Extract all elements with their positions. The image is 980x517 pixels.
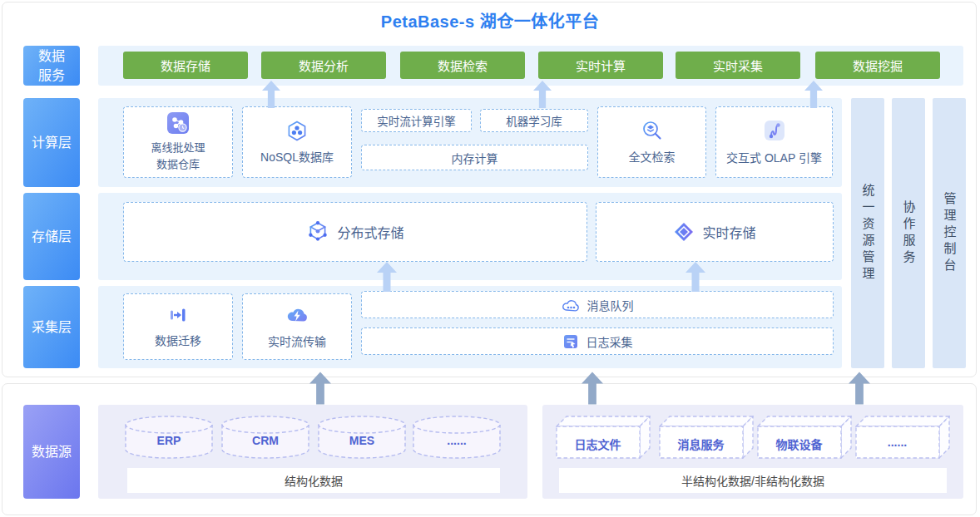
compute-box-label: 内存计算	[452, 150, 498, 166]
layer-label-datasource: 数据源	[23, 405, 80, 499]
petabase-architecture-diagram: PetaBase-s 湖仓一体化平台 数据 服务 计算层 存储层 采集层 数据源…	[0, 0, 980, 517]
datasource-label: MES	[318, 434, 406, 447]
column-collaboration-service: 协作服务	[892, 98, 925, 368]
storage-box-distributed: 分布式存储	[123, 202, 587, 262]
up-arrow-icon	[686, 261, 705, 293]
datasource-box-iot-devices: 物联设备	[757, 416, 852, 459]
compute-card-label: 数据仓库	[156, 158, 200, 170]
service-button-data-search: 数据检索	[400, 52, 525, 79]
compute-box-in-memory: 内存计算	[361, 145, 588, 170]
storage-box-label: 实时存储	[702, 222, 755, 242]
compute-card-label: NoSQL数据库	[260, 148, 334, 165]
layer-label-text: 服务	[38, 68, 65, 82]
cube-network-icon	[306, 220, 329, 244]
compute-box-label: 实时流计算引擎	[377, 112, 456, 129]
layer-label-text: 数据源	[32, 442, 72, 461]
structured-data-strip: 结构化数据	[127, 468, 500, 493]
layer-label-data-services: 数据 服务	[23, 46, 80, 86]
column-unified-resource-mgmt: 统一资源管理	[851, 98, 884, 368]
up-arrow-icon	[262, 81, 280, 108]
cloud-bolt-icon	[285, 304, 309, 326]
datasource-label: 消息服务	[659, 436, 743, 452]
up-arrow-icon	[377, 261, 397, 293]
datasource-label: ERP	[125, 434, 213, 447]
storage-box-label: 分布式存储	[337, 222, 403, 242]
compute-card-nosql: NoSQL数据库	[242, 106, 352, 178]
column-label: 管理控制台	[941, 192, 958, 275]
compute-box-ml-lib: 机器学习库	[480, 109, 588, 132]
storage-box-realtime: 实时存储	[596, 202, 834, 262]
datasource-cylinder-erp: ERP	[125, 416, 213, 460]
search-layers-icon	[641, 120, 663, 141]
datasource-label: ......	[855, 436, 939, 449]
datasource-cylinder-others: ......	[413, 416, 501, 460]
datasource-box-message-service: 消息服务	[659, 416, 754, 459]
service-button-realtime-compute: 实时计算	[538, 52, 663, 79]
compute-card-label: 交互式 OLAP 引擎	[726, 149, 822, 165]
service-button-realtime-collect: 实时采集	[676, 52, 800, 79]
compute-card-olap: 交互式 OLAP 引擎	[715, 106, 833, 178]
collection-card-stream-transfer: 实时流传输	[242, 293, 352, 360]
collection-card-label: 数据迁移	[155, 332, 201, 348]
compute-card-label: 离线批处理	[151, 141, 205, 154]
layer-label-text: 数据	[38, 49, 65, 63]
page-title: PetaBase-s 湖仓一体化平台	[0, 8, 980, 32]
unstructured-data-strip: 半结构化数据/非结构化数据	[559, 468, 947, 493]
log-document-icon	[562, 333, 579, 350]
up-arrow-icon	[533, 81, 552, 108]
up-arrow-icon	[582, 372, 603, 405]
datasource-label: 物联设备	[757, 436, 841, 452]
collection-box-log-collect: 日志采集	[361, 327, 834, 355]
compute-card-offline-batch: 离线批处理 数据仓库	[123, 106, 233, 178]
datasource-cylinder-mes: MES	[318, 416, 406, 460]
service-button-data-analysis: 数据分析	[261, 52, 386, 79]
datasource-cylinder-crm: CRM	[221, 416, 309, 460]
up-arrow-icon	[849, 372, 870, 405]
datasource-label: CRM	[221, 434, 309, 447]
collection-box-label: 消息队列	[587, 297, 634, 313]
compute-box-label: 机器学习库	[506, 112, 562, 129]
compute-card-label: 全文检索	[629, 148, 676, 165]
layer-label-compute: 计算层	[23, 98, 80, 187]
column-label: 协作服务	[900, 200, 918, 267]
collection-card-label: 实时流传输	[268, 332, 326, 349]
column-management-console: 管理控制台	[933, 98, 966, 368]
collection-card-migration: 数据迁移	[123, 293, 233, 360]
datasource-box-others: ......	[855, 416, 950, 459]
layer-label-text: 采集层	[32, 318, 72, 337]
datasource-label: 日志文件	[556, 436, 640, 452]
export-arrow-icon	[168, 305, 188, 325]
compute-card-fulltext: 全文检索	[597, 106, 706, 178]
database-cluster-icon	[166, 111, 190, 135]
layer-label-storage: 存储层	[23, 193, 80, 280]
datasource-box-log-files: 日志文件	[556, 416, 651, 459]
datasource-label: ......	[413, 434, 501, 447]
cloud-dots-icon	[562, 298, 580, 313]
olap-engine-icon	[763, 119, 786, 142]
compute-box-stream-engine: 实时流计算引擎	[361, 109, 472, 132]
service-button-data-mining: 数据挖掘	[815, 52, 940, 79]
diamond-icon	[673, 221, 695, 243]
up-arrow-icon	[804, 81, 823, 108]
collection-box-label: 日志采集	[587, 333, 633, 350]
up-arrow-icon	[309, 372, 331, 405]
layer-label-collection: 采集层	[23, 286, 80, 368]
layer-label-text: 存储层	[32, 227, 72, 246]
collection-box-message-queue: 消息队列	[361, 291, 834, 318]
column-label: 统一资源管理	[859, 184, 877, 283]
service-button-data-storage: 数据存储	[123, 52, 248, 79]
layer-label-text: 计算层	[32, 133, 72, 152]
hexagon-nodes-icon	[286, 120, 308, 141]
